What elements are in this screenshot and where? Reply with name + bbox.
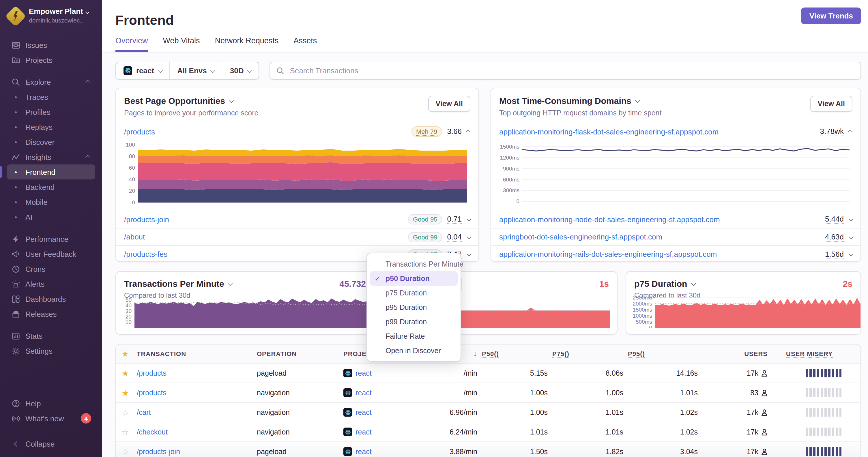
sidebar-item-issues[interactable]: Issues [7, 37, 95, 53]
transaction-link[interactable]: /products-fes [124, 250, 167, 259]
p75-title[interactable]: p75 Duration [634, 279, 852, 289]
domains-title[interactable]: Most Time-Consuming Domains [499, 96, 661, 106]
row-collapse-chevron-icon[interactable] [848, 130, 853, 134]
sidebar-item-help[interactable]: Help [7, 396, 95, 411]
sidebar-item-profiles[interactable]: Profiles [7, 104, 95, 120]
opportunity-value[interactable]: 0.71 [447, 215, 462, 224]
transaction-link[interactable]: /checkout [137, 428, 168, 436]
domain-link[interactable]: application-monitoring-flask-dot-sales-e… [499, 127, 718, 136]
star-icon[interactable]: ★ [116, 368, 134, 378]
sidebar-item-replays[interactable]: Replays [7, 120, 95, 134]
tab-overview[interactable]: Overview [116, 36, 148, 52]
col-p75[interactable]: P75() [550, 350, 626, 357]
menu-item-transactions-per-minute[interactable]: Transactions Per Minute [370, 257, 458, 271]
table-row[interactable]: ☆ /cart navigation react 6.96/min 1.00s … [116, 403, 861, 422]
sidebar-item-ai[interactable]: AI [7, 209, 95, 225]
row-expand-chevron-icon[interactable] [849, 217, 854, 221]
sidebar-item-stats[interactable]: Stats [7, 328, 95, 343]
search-input[interactable] [288, 66, 854, 75]
row-collapse-chevron-icon[interactable] [466, 130, 471, 134]
transaction-link[interactable]: /about [124, 232, 145, 241]
row-expand-chevron-icon[interactable] [849, 234, 854, 239]
col-transaction[interactable]: TRANSACTION [134, 350, 254, 357]
sidebar-item-what-s-new[interactable]: What's new 4 [7, 411, 95, 426]
menu-item-p99-duration[interactable]: p99 Duration [370, 315, 458, 329]
col-p95[interactable]: P95() [626, 350, 700, 357]
transaction-link[interactable]: /products-join [124, 215, 169, 224]
sidebar-item-backend[interactable]: Backend [7, 179, 95, 194]
star-column-header-icon[interactable]: ★ [116, 349, 134, 358]
sidebar-item-user-feedback[interactable]: User Feedback [7, 247, 95, 261]
sidebar-item-performance[interactable]: Performance [7, 231, 95, 247]
sidebar-item-insights[interactable]: Insights [7, 150, 95, 164]
project-link[interactable]: react [343, 408, 437, 417]
sidebar-item-dashboards[interactable]: Dashboards [7, 291, 95, 306]
menu-item-p95-duration[interactable]: p95 Duration [370, 300, 458, 315]
col-users[interactable]: USERS [700, 350, 770, 357]
project-link[interactable]: react [343, 369, 437, 378]
time-spent-value[interactable]: 1.56d [825, 250, 844, 259]
time-spent-value[interactable]: 5.44d [825, 215, 844, 224]
sidebar-item-traces[interactable]: Traces [7, 90, 95, 104]
view-trends-button[interactable]: View Trends [801, 7, 861, 24]
col-user-misery[interactable]: USER MISERY [770, 350, 861, 357]
tab-assets[interactable]: Assets [293, 36, 317, 52]
col-operation[interactable]: OPERATION [254, 350, 341, 357]
sidebar-item-releases[interactable]: Releases [7, 306, 95, 321]
best-pages-view-all-button[interactable]: View All [428, 96, 471, 112]
sidebar-item-collapse[interactable]: Collapse [7, 436, 95, 451]
row-expand-chevron-icon[interactable] [467, 251, 471, 256]
sidebar-item-mobile[interactable]: Mobile [7, 194, 95, 209]
table-row[interactable]: ★ /products pageload react /min 5.15s 8.… [116, 363, 861, 383]
date-range-filter[interactable]: 30D [222, 62, 259, 79]
row-expand-chevron-icon[interactable] [467, 217, 471, 221]
opportunity-value[interactable]: 3.66 [447, 127, 462, 136]
sidebar-item-alerts[interactable]: Alerts [7, 276, 95, 291]
transaction-link[interactable]: /products [137, 389, 166, 397]
opportunity-value[interactable]: 0.04 [447, 232, 462, 241]
star-icon[interactable]: ☆ [116, 408, 134, 417]
tab-network-requests[interactable]: Network Requests [215, 36, 279, 52]
star-icon[interactable]: ☆ [116, 447, 134, 456]
menu-item-p75-duration[interactable]: p75 Duration [370, 286, 458, 300]
row-expand-chevron-icon[interactable] [467, 234, 471, 239]
domain-link[interactable]: springboot-dot-sales-engineering-sf.apps… [499, 232, 662, 241]
table-row[interactable]: ☆ /checkout navigation react 6.24/min 1.… [116, 422, 861, 442]
col-p50[interactable]: P50() [479, 350, 550, 357]
transaction-link[interactable]: /cart [137, 408, 151, 416]
best-pages-title[interactable]: Best Page Opportunities [124, 96, 258, 106]
time-spent-value[interactable]: 3.78wk [820, 127, 844, 136]
menu-item-open-in-discover[interactable]: Open in Discover [370, 343, 458, 358]
time-spent-value[interactable]: 4.63d [825, 232, 844, 241]
sidebar-item-explore[interactable]: Explore [7, 74, 95, 90]
score-badge[interactable]: Good 99 [408, 232, 442, 242]
menu-item-p50-duration[interactable]: ✓ p50 Duration [370, 271, 458, 286]
sidebar-item-settings[interactable]: Settings [7, 343, 95, 358]
table-row[interactable]: ☆ /products-join pageload react 3.88/min… [116, 442, 861, 457]
project-link[interactable]: react [343, 447, 437, 456]
sidebar-item-projects[interactable]: Projects [7, 53, 95, 67]
score-badge[interactable]: Good 95 [408, 214, 442, 225]
table-row[interactable]: ★ /products navigation react /min 1.00s … [116, 383, 861, 403]
tpm-title[interactable]: Transactions Per Minute [124, 279, 366, 289]
score-badge[interactable]: Meh 79 [411, 126, 442, 137]
tab-web-vitals[interactable]: Web Vitals [163, 36, 200, 52]
domain-link[interactable]: application-monitoring-rails-dot-sales-e… [499, 250, 717, 259]
sidebar-item-crons[interactable]: Crons [7, 261, 95, 276]
project-link[interactable]: react [343, 428, 437, 436]
project-link[interactable]: react [343, 388, 437, 397]
project-filter[interactable]: react [116, 62, 169, 79]
transaction-link[interactable]: /products [137, 369, 166, 377]
transaction-link[interactable]: /products-join [137, 448, 180, 456]
sidebar-item-discover[interactable]: Discover [7, 134, 95, 150]
transaction-link[interactable]: /products [124, 127, 155, 136]
domain-link[interactable]: application-monitoring-node-dot-sales-en… [499, 215, 720, 224]
star-icon[interactable]: ★ [116, 388, 134, 397]
domains-view-all-button[interactable]: View All [810, 96, 853, 112]
environment-filter[interactable]: All Envs [169, 62, 222, 79]
sidebar-item-frontend[interactable]: Frontend [7, 164, 95, 179]
star-icon[interactable]: ☆ [116, 427, 134, 436]
menu-item-failure-rate[interactable]: Failure Rate [370, 329, 458, 343]
row-expand-chevron-icon[interactable] [849, 251, 854, 256]
org-switcher[interactable]: Empower Plant dominik.buszowiec... [7, 7, 95, 25]
